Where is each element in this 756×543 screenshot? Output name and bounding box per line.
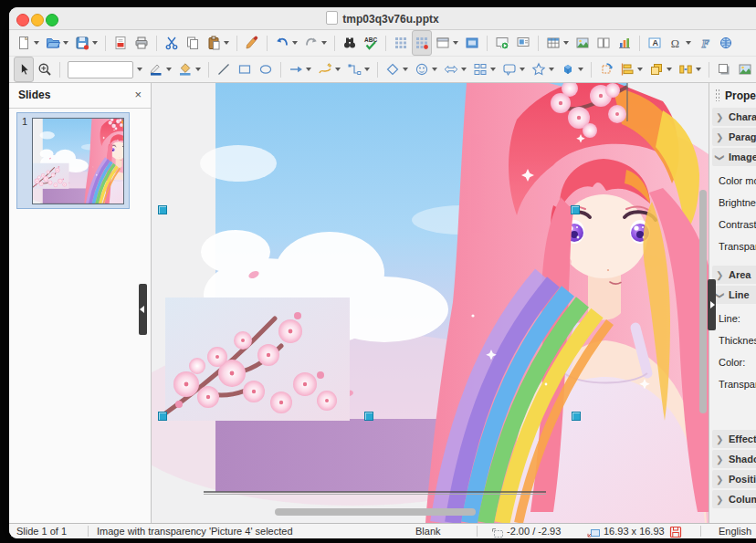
line-style-button[interactable]	[65, 57, 145, 82]
slide-thumbnail-image[interactable]	[32, 118, 124, 204]
curves-and-polygons-button[interactable]	[315, 57, 343, 82]
find-replace-button[interactable]	[340, 30, 360, 56]
dropdown-arrow-icon[interactable]	[578, 68, 583, 71]
line-color-button[interactable]	[146, 57, 174, 82]
print-button[interactable]	[131, 30, 152, 56]
selection-handle-left[interactable]	[158, 205, 167, 214]
select-button[interactable]	[14, 57, 34, 82]
display-grid-button[interactable]	[391, 30, 411, 56]
slide-thumbnail-selected[interactable]: 1	[16, 112, 130, 209]
shadow-button[interactable]	[714, 57, 734, 82]
start-from-current-slide-button[interactable]	[513, 30, 533, 56]
arrange-button[interactable]	[646, 57, 675, 82]
insert-text-box-button[interactable]: A	[645, 30, 665, 56]
section-header-character[interactable]: ❯Character	[712, 108, 756, 126]
insert-hyperlink-button[interactable]	[716, 30, 736, 56]
callout-shapes-button[interactable]	[499, 57, 528, 82]
dropdown-arrow-icon[interactable]	[92, 41, 98, 45]
section-header-shadow[interactable]: ❯Shadow	[712, 450, 756, 468]
selected-image-picture-4[interactable]	[165, 83, 579, 415]
dropdown-arrow-icon[interactable]	[166, 68, 172, 71]
selection-handle-bottom-left[interactable]	[158, 412, 167, 421]
ellipse-button[interactable]	[256, 57, 276, 82]
section-header-effect[interactable]: ❯Effect	[712, 430, 756, 448]
line-style-combo[interactable]	[68, 61, 133, 78]
flowchart-shapes-button[interactable]	[470, 57, 499, 82]
zoom-pan-button[interactable]	[35, 57, 55, 82]
horizontal-scrollbar-thumb[interactable]	[275, 508, 476, 516]
section-header-columns[interactable]: ❯Columns	[712, 490, 756, 508]
grip-icon[interactable]	[715, 89, 720, 104]
rectangle-button[interactable]	[235, 57, 255, 82]
clone-formatting-button[interactable]	[242, 30, 262, 56]
connectors-button[interactable]	[344, 57, 373, 82]
selection-handle-right[interactable]	[571, 205, 580, 214]
insert-media-button[interactable]	[593, 30, 614, 56]
basic-shapes-button[interactable]	[383, 57, 411, 82]
dropdown-arrow-icon[interactable]	[453, 41, 458, 45]
snap-to-grid-button[interactable]	[412, 30, 432, 56]
dropdown-arrow-icon[interactable]	[224, 41, 229, 45]
open-document-button[interactable]	[43, 30, 71, 56]
cut-button[interactable]	[162, 30, 182, 56]
stars-and-banners-button[interactable]	[529, 57, 557, 82]
block-arrows-button[interactable]	[441, 57, 469, 82]
dropdown-arrow-icon[interactable]	[292, 41, 298, 45]
hide-sidebar-button[interactable]	[708, 279, 716, 330]
section-header-position-and-size[interactable]: ❯Position and Size	[712, 470, 756, 488]
copy-button[interactable]	[183, 30, 203, 56]
slide-count-status[interactable]: Slide 1 of 1	[16, 526, 67, 537]
start-from-first-slide-button[interactable]	[492, 30, 512, 56]
dropdown-arrow-icon[interactable]	[549, 68, 554, 71]
object-size-status[interactable]: 16.93 x 16.93	[587, 526, 665, 538]
insert-image-button[interactable]	[572, 30, 593, 56]
dropdown-arrow-icon[interactable]	[432, 68, 437, 71]
redo-button[interactable]	[301, 30, 330, 56]
document-modified-status[interactable]	[669, 526, 682, 538]
symbol-shapes-button[interactable]	[412, 57, 440, 82]
distribute-selection-button[interactable]	[676, 57, 704, 82]
fill-color-button[interactable]	[175, 57, 204, 82]
section-header-paragraph[interactable]: ❯Paragraph	[712, 128, 756, 146]
3d-objects-button[interactable]	[558, 57, 586, 82]
dropdown-arrow-icon[interactable]	[461, 68, 467, 71]
selection-handle-bottom-right[interactable]	[572, 412, 581, 421]
paste-button[interactable]	[204, 30, 232, 56]
section-header-image[interactable]: ❯Image	[712, 148, 756, 166]
dropdown-arrow-icon[interactable]	[637, 68, 643, 71]
section-header-line[interactable]: ❯Line	[712, 286, 756, 304]
dropdown-arrow-icon[interactable]	[520, 68, 525, 71]
spelling-button[interactable]: ABC	[361, 30, 381, 56]
dropdown-arrow-icon[interactable]	[137, 68, 142, 71]
dropdown-arrow-icon[interactable]	[686, 41, 691, 45]
master-slide-button[interactable]	[462, 30, 482, 56]
save-button[interactable]	[72, 30, 100, 56]
slide-canvas[interactable]	[152, 83, 709, 523]
dropdown-arrow-icon[interactable]	[335, 68, 341, 71]
dropdown-arrow-icon[interactable]	[195, 68, 201, 71]
rotate-button[interactable]	[596, 57, 616, 82]
undo-button[interactable]	[272, 30, 300, 56]
export-pdf-button[interactable]	[110, 30, 131, 56]
slide-layout-status[interactable]: Blank	[415, 526, 441, 537]
dropdown-arrow-icon[interactable]	[364, 68, 370, 71]
dropdown-arrow-icon[interactable]	[321, 41, 327, 45]
display-views-button[interactable]	[433, 30, 461, 56]
dropdown-arrow-icon[interactable]	[667, 68, 672, 71]
language-status[interactable]: English	[719, 526, 751, 537]
insert-chart-button[interactable]	[614, 30, 635, 56]
vertical-scrollbar-thumb[interactable]	[699, 190, 707, 413]
lines-and-arrows-button[interactable]	[286, 57, 314, 82]
insert-special-character-button[interactable]: Ω	[666, 30, 694, 56]
dropdown-arrow-icon[interactable]	[63, 41, 68, 45]
section-header-area[interactable]: ❯Area	[712, 266, 756, 284]
selection-handle-bottom-center[interactable]	[364, 412, 373, 421]
crop-image-button[interactable]	[735, 57, 755, 82]
new-document-button[interactable]	[14, 30, 42, 56]
insert-fontwork-button[interactable]: F	[695, 30, 715, 56]
hide-slides-panel-button[interactable]	[139, 284, 147, 335]
close-panel-icon[interactable]: ×	[134, 88, 142, 101]
align-objects-button[interactable]	[617, 57, 646, 82]
insert-line-button[interactable]	[214, 57, 234, 82]
cursor-position-status[interactable]: -2.00 / -2.93	[491, 526, 561, 538]
